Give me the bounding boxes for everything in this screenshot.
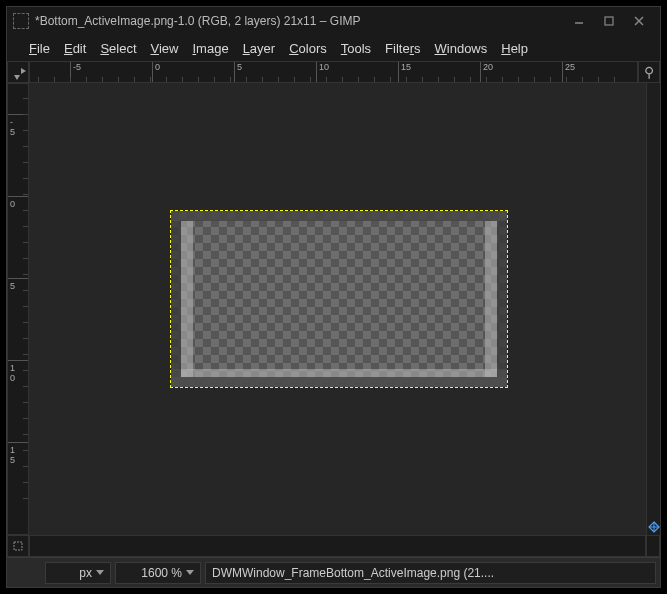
units-selector[interactable]: px [45,562,111,584]
bottom-row [7,535,660,557]
app-icon [13,13,29,29]
vertical-scrollbar[interactable] [646,83,660,535]
ruler-origin[interactable] [7,61,29,83]
window-controls [564,12,654,30]
close-button[interactable] [624,12,654,30]
horizontal-ruler[interactable]: -50510152025 [29,61,638,83]
chevron-down-icon [96,570,104,575]
menu-help[interactable]: Help [495,39,534,58]
menu-file[interactable]: File [23,39,56,58]
menu-image[interactable]: Image [186,39,234,58]
navigation-icon[interactable] [648,521,660,533]
canvas[interactable] [29,83,646,535]
menu-layer[interactable]: Layer [237,39,282,58]
chevron-down-icon [186,570,194,575]
menu-filters[interactable]: Filters [379,39,426,58]
menu-view[interactable]: View [145,39,185,58]
statusbar: px 1600 % DWMWindow_FrameBottom_ActiveIm… [7,557,660,587]
titlebar[interactable]: *Bottom_ActiveImage.png-1.0 (RGB, 2 laye… [7,7,660,35]
selection-marquee [170,210,508,388]
window-title: *Bottom_ActiveImage.png-1.0 (RGB, 2 laye… [33,14,560,28]
horizontal-scrollbar[interactable] [29,535,646,557]
menubar: File Edit Select View Image Layer Colors… [7,35,660,61]
main-area: - 5051 01 5 [7,83,660,535]
svg-rect-1 [605,17,613,25]
zoom-fit-icon[interactable]: ⚲ [638,61,660,83]
zoom-label: 1600 % [141,566,182,580]
menu-edit[interactable]: Edit [58,39,92,58]
vertical-ruler[interactable]: - 5051 01 5 [7,83,29,535]
menu-colors[interactable]: Colors [283,39,333,58]
gimp-window: *Bottom_ActiveImage.png-1.0 (RGB, 2 laye… [6,6,661,588]
zoom-selector[interactable]: 1600 % [115,562,201,584]
menu-tools[interactable]: Tools [335,39,377,58]
maximize-button[interactable] [594,12,624,30]
menu-windows[interactable]: Windows [429,39,494,58]
status-filename: DWMWindow_FrameBottom_ActiveImage.png (2… [205,562,656,584]
ruler-row-top: -50510152025 ⚲ [7,61,660,83]
minimize-button[interactable] [564,12,594,30]
bottom-corner [646,535,660,557]
menu-select[interactable]: Select [94,39,142,58]
svg-rect-6 [14,542,22,550]
quickmask-toggle[interactable] [7,535,29,557]
units-label: px [79,566,92,580]
